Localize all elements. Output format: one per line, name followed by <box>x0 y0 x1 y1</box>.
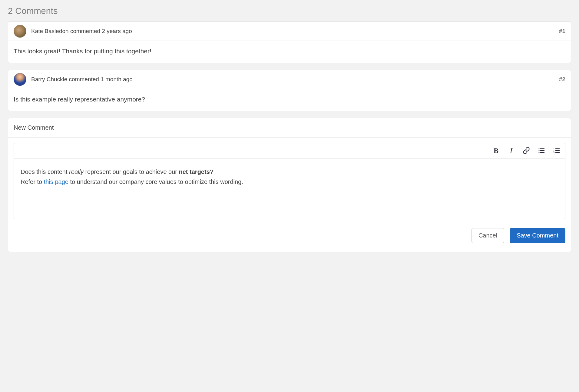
italic-button[interactable]: I <box>507 146 515 155</box>
numbered-list-button[interactable]: 1 2 3 <box>552 146 561 155</box>
cancel-button[interactable]: Cancel <box>471 228 504 243</box>
comment-card: Barry Chuckle commented 1 month ago #2 I… <box>8 70 571 111</box>
comment-header: Kate Basledon commented 2 years ago #1 <box>8 22 571 41</box>
editor-line: Does this content really represent our g… <box>21 167 558 177</box>
italic-text: really <box>69 168 84 175</box>
comment-verb: commented <box>70 28 100 34</box>
bullet-list-button[interactable] <box>537 146 546 155</box>
editor-toolbar: B I <box>14 143 565 158</box>
svg-text:3: 3 <box>553 151 554 153</box>
numbered-list-icon: 1 2 3 <box>553 147 560 154</box>
comment-verb: commented <box>69 76 99 82</box>
avatar <box>14 25 26 38</box>
comments-section-title: 2 Comments <box>8 6 571 16</box>
link-icon <box>523 147 530 154</box>
bullet-list-icon <box>538 147 545 154</box>
comment-editor[interactable]: Does this content really represent our g… <box>14 158 565 219</box>
comment-time: 1 month ago <box>101 76 133 82</box>
comment-body: Is this example really representative an… <box>8 89 571 111</box>
link-text[interactable]: this page <box>44 178 68 185</box>
svg-point-2 <box>539 152 540 153</box>
comment-time: 2 years ago <box>102 28 132 34</box>
comment-author: Barry Chuckle <box>31 76 67 82</box>
avatar <box>14 73 26 86</box>
comment-header: Barry Chuckle commented 1 month ago #2 <box>8 70 571 89</box>
save-comment-button[interactable]: Save Comment <box>510 228 565 243</box>
svg-point-0 <box>539 148 540 149</box>
editor-line: Refer to this page to understand our com… <box>21 177 558 187</box>
comment-card: Kate Basledon commented 2 years ago #1 T… <box>8 22 571 63</box>
bold-button[interactable]: B <box>492 146 500 155</box>
comment-meta: Barry Chuckle commented 1 month ago <box>31 76 559 83</box>
comment-number: #1 <box>559 28 565 35</box>
new-comment-header: New Comment <box>8 118 571 138</box>
editor-toolbar-box: B I <box>14 143 565 158</box>
new-comment-card: New Comment B I <box>8 118 571 252</box>
form-actions: Cancel Save Comment <box>8 220 571 252</box>
bold-text: net targets <box>179 168 210 175</box>
link-button[interactable] <box>522 146 531 155</box>
svg-point-1 <box>539 150 540 151</box>
comment-number: #2 <box>559 76 565 83</box>
comment-body: This looks great! Thanks for putting thi… <box>8 41 571 63</box>
editor-wrap: B I <box>8 138 571 220</box>
comment-meta: Kate Basledon commented 2 years ago <box>31 28 559 35</box>
comment-author: Kate Basledon <box>31 28 69 34</box>
